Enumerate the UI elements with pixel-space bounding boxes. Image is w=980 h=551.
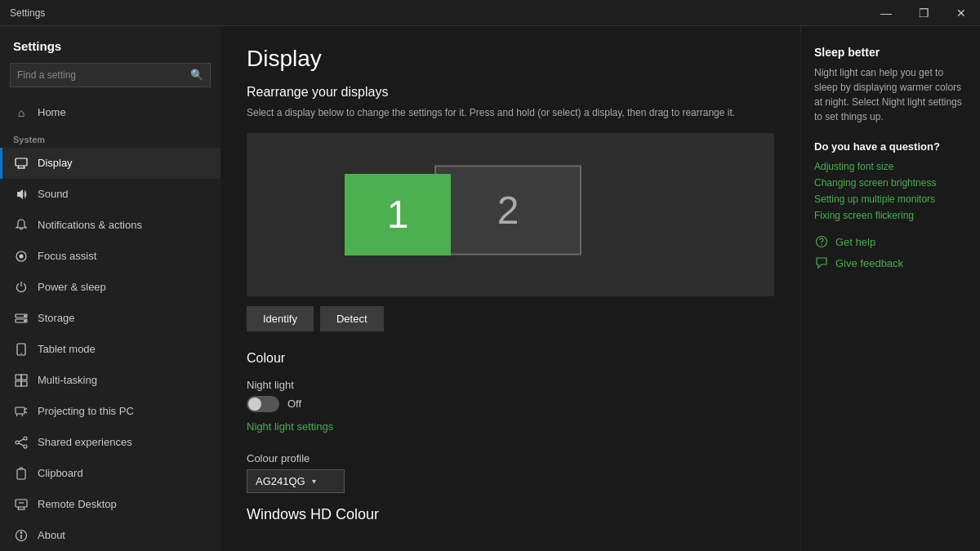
night-light-label: Night light <box>247 379 774 391</box>
minimize-button[interactable]: — <box>867 0 905 26</box>
sidebar-item-clipboard[interactable]: Clipboard <box>0 458 220 489</box>
link-fixing-flickering[interactable]: Fixing screen flickering <box>814 210 967 221</box>
svg-marker-4 <box>17 189 23 199</box>
get-help-label: Get help <box>835 236 875 248</box>
sidebar-section-system: System <box>0 128 220 148</box>
sleep-better-text: Night light can help you get to sleep by… <box>814 65 967 124</box>
sidebar-item-power[interactable]: Power & sleep <box>0 272 220 303</box>
sidebar-item-storage-label: Storage <box>38 312 75 324</box>
svg-rect-17 <box>16 407 24 414</box>
sidebar-item-sound[interactable]: Sound <box>0 179 220 210</box>
sidebar-header: Settings <box>0 26 220 60</box>
sidebar-item-multitasking[interactable]: Multi-tasking <box>0 365 220 396</box>
svg-rect-14 <box>21 375 27 380</box>
colour-section-title: Colour <box>247 351 774 366</box>
night-light-state: Off <box>287 398 301 410</box>
svg-point-24 <box>16 441 19 444</box>
remote-icon <box>13 496 29 513</box>
sidebar-item-projecting[interactable]: Projecting to this PC <box>0 396 220 427</box>
give-feedback-action[interactable]: Give feedback <box>814 256 967 270</box>
titlebar: Settings — ❐ ✕ <box>0 0 980 26</box>
about-icon <box>13 527 29 544</box>
sidebar-item-home-label: Home <box>38 106 66 118</box>
monitor-1[interactable]: 1 <box>345 174 451 256</box>
get-help-action[interactable]: Get help <box>814 234 967 249</box>
monitor-2[interactable]: 2 <box>434 165 581 255</box>
sidebar-item-display[interactable]: Display <box>0 148 220 179</box>
question-title: Do you have a question? <box>814 140 967 153</box>
app-container: Settings 🔍 ⌂ Home System Display Sound <box>0 26 980 551</box>
colour-profile-dropdown[interactable]: AG241QG ▾ <box>247 469 345 493</box>
page-title: Display <box>247 46 774 72</box>
home-icon: ⌂ <box>13 104 29 121</box>
link-adjusting-font[interactable]: Adjusting font size <box>814 161 967 172</box>
sidebar-item-shared-label: Shared experiences <box>38 436 132 448</box>
link-changing-brightness[interactable]: Changing screen brightness <box>814 177 967 189</box>
detect-button[interactable]: Detect <box>320 306 384 331</box>
sound-icon <box>13 186 29 202</box>
search-input[interactable] <box>17 69 190 81</box>
display-buttons: Identify Detect <box>247 306 774 331</box>
sidebar-item-display-label: Display <box>38 157 73 169</box>
svg-point-9 <box>24 315 26 317</box>
arrange-description: Select a display below to change the set… <box>247 106 774 120</box>
notifications-icon <box>13 217 29 233</box>
sidebar-item-notifications[interactable]: Notifications & actions <box>0 210 220 241</box>
night-light-toggle[interactable] <box>247 396 279 412</box>
close-button[interactable]: ✕ <box>942 0 980 26</box>
colour-profile-label: Colour profile <box>247 452 774 464</box>
sidebar-item-projecting-label: Projecting to this PC <box>38 405 134 417</box>
sidebar-item-multitasking-label: Multi-tasking <box>38 374 97 386</box>
projecting-icon <box>13 403 29 420</box>
svg-point-10 <box>24 320 26 322</box>
svg-point-35 <box>20 532 22 534</box>
maximize-button[interactable]: ❐ <box>905 0 942 26</box>
svg-rect-15 <box>16 381 21 386</box>
windows-hd-title: Windows HD Colour <box>247 506 774 523</box>
svg-line-20 <box>17 414 18 416</box>
sidebar-item-about-label: About <box>38 529 65 541</box>
sidebar-item-notifications-label: Notifications & actions <box>38 219 142 231</box>
sidebar-item-storage[interactable]: Storage <box>0 303 220 334</box>
svg-point-22 <box>24 437 27 440</box>
night-light-row: Night light Off Night light settings <box>247 379 774 442</box>
night-light-settings-link[interactable]: Night light settings <box>247 420 333 433</box>
arrange-section-title: Rearrange your displays <box>247 85 774 100</box>
sidebar-item-clipboard-label: Clipboard <box>38 467 83 479</box>
svg-rect-0 <box>16 158 27 166</box>
give-feedback-icon <box>814 256 829 270</box>
identify-button[interactable]: Identify <box>247 306 314 331</box>
sidebar-item-remote[interactable]: Remote Desktop <box>0 489 220 520</box>
sidebar-item-remote-label: Remote Desktop <box>38 498 117 510</box>
titlebar-controls: — ❐ ✕ <box>867 0 980 26</box>
colour-profile-value: AG241QG <box>256 475 305 487</box>
svg-rect-13 <box>16 375 21 380</box>
svg-line-21 <box>22 414 23 416</box>
svg-rect-16 <box>21 381 27 386</box>
sidebar: Settings 🔍 ⌂ Home System Display Sound <box>0 26 220 551</box>
search-icon: 🔍 <box>190 69 203 81</box>
svg-line-26 <box>19 443 24 446</box>
sidebar-item-about[interactable]: About <box>0 520 220 551</box>
display-icon <box>13 155 29 171</box>
tablet-icon <box>13 341 29 358</box>
main-content: Display Rearrange your displays Select a… <box>220 26 800 551</box>
power-icon <box>13 279 29 295</box>
sidebar-item-tablet-label: Tablet mode <box>38 343 96 355</box>
link-setting-monitors[interactable]: Setting up multiple monitors <box>814 193 967 205</box>
svg-point-6 <box>20 254 24 258</box>
storage-icon <box>13 310 29 327</box>
svg-point-37 <box>821 244 822 245</box>
sidebar-item-tablet[interactable]: Tablet mode <box>0 334 220 365</box>
sidebar-item-home[interactable]: ⌂ Home <box>0 97 220 128</box>
sidebar-item-shared[interactable]: Shared experiences <box>0 427 220 458</box>
sidebar-item-sound-label: Sound <box>38 188 69 200</box>
svg-rect-27 <box>17 469 25 479</box>
clipboard-icon <box>13 465 29 482</box>
sidebar-item-power-label: Power & sleep <box>38 281 106 293</box>
sidebar-item-focus[interactable]: Focus assist <box>0 241 220 272</box>
svg-line-25 <box>19 439 24 442</box>
night-light-toggle-row: Off <box>247 396 774 412</box>
search-box[interactable]: 🔍 <box>10 63 211 87</box>
titlebar-title: Settings <box>10 7 45 19</box>
